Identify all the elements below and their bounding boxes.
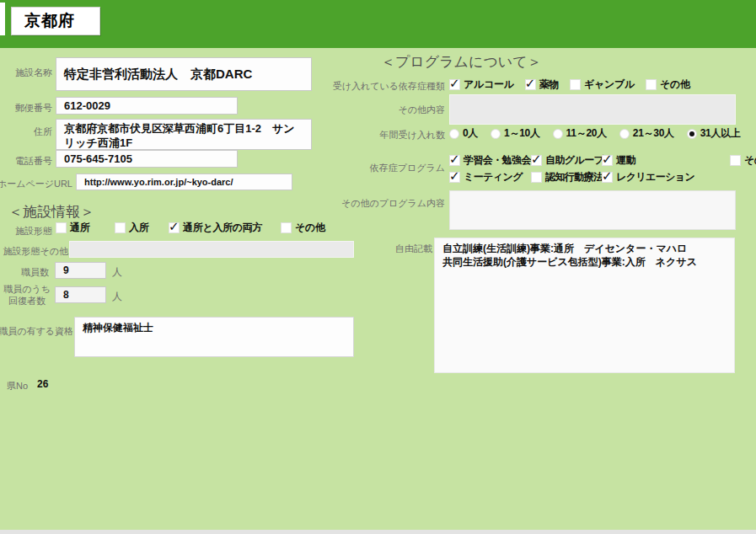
checkbox-drug[interactable]: 薬物 (525, 77, 559, 92)
phone-value: 075-645-7105 (56, 151, 140, 167)
checkbox-alcohol[interactable]: アルコール (449, 77, 514, 92)
checkbox-label: 運動 (616, 153, 635, 168)
qualification-value: 精神保健福祉士 (75, 318, 161, 337)
program-other-value (450, 191, 465, 195)
annual-intake-options: 0人 1～10人 11～20人 21～30人 31人以上 (449, 126, 741, 141)
checkbox-label: 入所 (129, 221, 148, 235)
checkbox-exercise[interactable]: 運動 (602, 153, 730, 168)
radio-label: 31人以上 (700, 126, 741, 141)
address-value: 京都府京都市伏見区深草西浦町6丁目1-2 サンリッチ西浦1F (56, 120, 311, 150)
free-text-field[interactable]: 自立訓練(生活訓練)事業:通所 デイセンター・マハロ 共同生活援助(介護サービス… (434, 238, 735, 373)
checkbox-gambling[interactable]: ギャンブル (570, 77, 635, 92)
staff-count-field[interactable]: 9 (55, 262, 106, 279)
facility-type-other-field[interactable] (69, 241, 354, 258)
checkbox-label: アルコール (464, 77, 514, 92)
checkbox-label: その他 (660, 77, 690, 92)
radio-label: 0人 (463, 126, 478, 141)
checkbox-icon (531, 155, 542, 166)
radio-icon (491, 129, 501, 139)
checkbox-icon (281, 222, 292, 233)
homepage-url-field[interactable]: http://www.yo.rim.or.jp/~kyo-darc/ (76, 174, 292, 190)
facility-type-options: 通所 入所 通所と入所の両方 その他 (56, 221, 325, 235)
facility-info-section-title: ＜施設情報＞ (8, 202, 94, 222)
annual-intake-label: 年間受け入れ数 (379, 129, 445, 142)
checkbox-icon (602, 172, 613, 183)
checkbox-addiction-other[interactable]: その他 (646, 77, 690, 92)
qualification-field[interactable]: 精神保健福祉士 (74, 317, 354, 357)
prefecture-title-box: 京都府 (11, 7, 100, 35)
checkbox-label: ギャンブル (584, 77, 635, 92)
qualification-label: 職員の有する資格 (0, 325, 73, 338)
radio-11-20[interactable]: 11～20人 (553, 126, 607, 141)
radio-label: 21～30人 (633, 126, 674, 141)
program-section-title: ＜プログラムについて＞ (381, 52, 542, 72)
facility-name-label: 施設名称 (15, 67, 52, 79)
checkbox-tsusho[interactable]: 通所 (56, 221, 115, 235)
radio-31-plus[interactable]: 31人以上 (687, 126, 741, 141)
addiction-other-label: その他内容 (398, 104, 445, 116)
checkbox-icon (56, 222, 67, 233)
free-text-line1: 自立訓練(生活訓練)事業:通所 デイセンター・マハロ (442, 242, 697, 255)
checkbox-label: その他 (744, 153, 756, 168)
header-notch (0, 3, 5, 35)
address-field[interactable]: 京都府京都市伏見区深草西浦町6丁目1-2 サンリッチ西浦1F (56, 119, 312, 150)
facility-type-other-value (70, 248, 85, 251)
checkbox-type-other[interactable]: その他 (281, 221, 325, 235)
recovered-staff-unit: 人 (112, 290, 122, 304)
program-other-field[interactable] (449, 190, 736, 230)
pref-no-label: 県No (7, 380, 28, 392)
checkbox-icon (449, 79, 460, 90)
facility-name-field[interactable]: 特定非営利活動法人 京都DARC (56, 57, 312, 91)
staff-count-unit: 人 (112, 265, 122, 280)
checkbox-label: 認知行動療法 (545, 170, 603, 184)
checkbox-icon (525, 79, 536, 90)
checkbox-tsusho-nyusho-both[interactable]: 通所と入所の両方 (169, 221, 281, 235)
addiction-program-row1: 学習会・勉強会 自助グループ 運動 その他 (449, 153, 756, 168)
checkbox-icon (730, 155, 741, 166)
radio-icon (619, 129, 630, 139)
facility-type-other-label: 施設形態その他 (3, 245, 68, 258)
checkbox-icon (449, 172, 460, 183)
checkbox-cbt[interactable]: 認知行動療法 (531, 170, 602, 184)
checkbox-self-help-group[interactable]: 自助グループ (531, 153, 602, 168)
checkbox-label: 通所と入所の両方 (183, 221, 262, 235)
radio-21-30[interactable]: 21～30人 (619, 126, 674, 141)
checkbox-label: ミーティング (464, 170, 523, 184)
radio-0[interactable]: 0人 (449, 126, 478, 141)
staff-count-label: 職員数 (21, 266, 49, 279)
phone-field[interactable]: 075-645-7105 (56, 150, 238, 168)
addiction-program-label: 依存症プログラム (370, 162, 445, 174)
recovered-staff-value: 8 (56, 287, 77, 302)
free-text-line2: 共同生活援助(介護サービス包括型)事業:入所 ネクサス (442, 255, 697, 269)
checkbox-nyusho[interactable]: 入所 (115, 221, 169, 235)
radio-1-10[interactable]: 1～10人 (491, 126, 540, 141)
radio-label: 1～10人 (504, 126, 540, 141)
recovered-staff-label-line1: 職員のうち (3, 283, 51, 295)
addiction-types-label: 受け入れている依存症種類 (333, 80, 445, 93)
bottom-edge (0, 530, 756, 534)
postal-code-label: 郵便番号 (15, 102, 52, 115)
postal-code-value: 612-0029 (56, 98, 118, 114)
facility-type-label: 施設形態 (15, 225, 52, 238)
checkbox-study-group[interactable]: 学習会・勉強会 (449, 153, 531, 168)
postal-code-field[interactable]: 612-0029 (56, 97, 238, 115)
checkbox-label: 薬物 (539, 77, 559, 92)
facility-form-page: 京都府 施設名称 特定非営利活動法人 京都DARC 郵便番号 612-0029 … (0, 0, 756, 534)
checkbox-meeting[interactable]: ミーティング (449, 170, 531, 184)
checkbox-icon (646, 79, 657, 90)
radio-icon (553, 129, 563, 139)
program-other-label: その他のプログラム内容 (341, 197, 445, 210)
checkbox-icon (115, 222, 126, 233)
checkbox-icon (570, 79, 581, 90)
checkbox-recreation[interactable]: レクリエーション (602, 170, 730, 184)
checkbox-label: 通所 (70, 221, 89, 235)
checkbox-program-other[interactable]: その他 (730, 153, 756, 168)
checkbox-icon (602, 155, 613, 166)
homepage-url-value: http://www.yo.rim.or.jp/~kyo-darc/ (77, 175, 241, 189)
recovered-staff-field[interactable]: 8 (55, 286, 106, 303)
addiction-other-field[interactable] (449, 94, 736, 125)
addiction-types-options: アルコール 薬物 ギャンブル その他 (449, 77, 690, 92)
recovered-staff-label: 職員のうち 回復者数 (3, 283, 51, 307)
checkbox-icon (531, 172, 542, 183)
radio-label: 11～20人 (566, 126, 607, 141)
